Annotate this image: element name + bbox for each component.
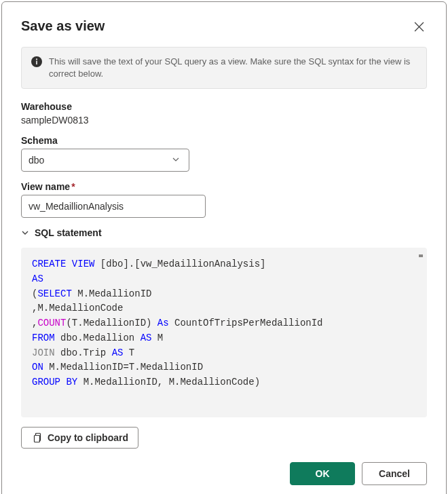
viewname-label: View name* [21, 181, 427, 192]
ok-button[interactable]: OK [290, 462, 355, 485]
dialog-footer: OK Cancel [21, 462, 427, 485]
schema-select[interactable]: dbo [21, 149, 189, 172]
info-text: This will save the text of your SQL quer… [49, 56, 417, 80]
sql-statement-label: SQL statement [35, 227, 102, 238]
scrollbar-indicator[interactable] [419, 254, 423, 257]
svg-rect-3 [35, 435, 40, 442]
sql-statement-box[interactable]: CREATE VIEW [dbo].[vw_MedaillionAnalysis… [21, 248, 427, 417]
dialog-header: Save as view [21, 18, 427, 35]
sql-statement-toggle[interactable]: SQL statement [21, 227, 427, 238]
chevron-down-icon [21, 229, 29, 237]
svg-point-2 [36, 58, 37, 60]
svg-rect-1 [36, 61, 37, 65]
copy-to-clipboard-button[interactable]: Copy to clipboard [21, 427, 138, 449]
warehouse-label: Warehouse [21, 101, 427, 112]
info-banner: This will save the text of your SQL quer… [21, 47, 427, 89]
copy-icon [31, 432, 42, 443]
warehouse-value: sampleDW0813 [21, 115, 427, 126]
close-button[interactable] [411, 18, 427, 35]
dialog-title: Save as view [21, 18, 105, 34]
copy-label: Copy to clipboard [48, 432, 128, 443]
schema-label: Schema [21, 135, 427, 146]
viewname-input[interactable] [21, 195, 206, 218]
close-icon [414, 22, 424, 32]
cancel-button[interactable]: Cancel [362, 462, 427, 485]
info-icon [31, 56, 42, 69]
save-as-view-dialog: Save as view This will save the text of … [1, 1, 447, 494]
